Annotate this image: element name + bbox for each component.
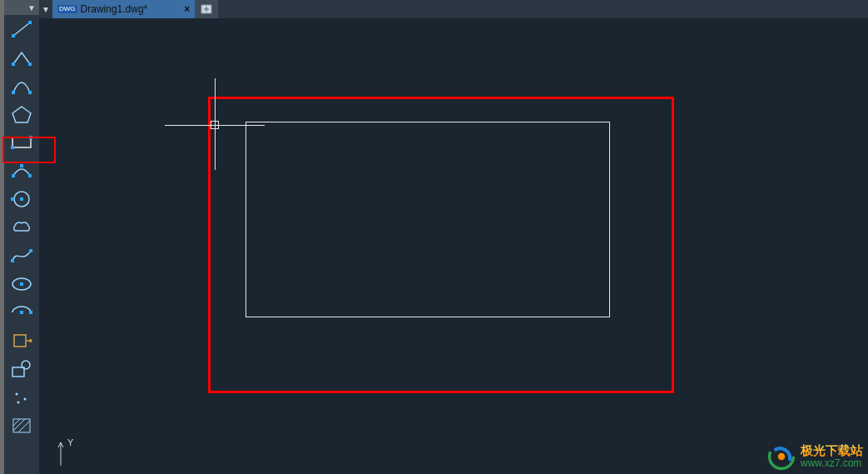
svg-point-40 <box>778 453 786 461</box>
svg-rect-10 <box>29 136 32 139</box>
svg-rect-21 <box>20 311 23 314</box>
svg-point-27 <box>24 398 27 401</box>
drawn-rectangle <box>246 122 610 317</box>
svg-rect-6 <box>28 91 32 94</box>
watermark-url: www.xz7.com <box>801 458 863 469</box>
hatch-tool[interactable] <box>4 412 39 440</box>
polyline-tool[interactable] <box>4 43 39 72</box>
arc-three-point-tool[interactable] <box>4 157 39 185</box>
svg-point-28 <box>17 402 20 404</box>
svg-rect-4 <box>28 62 32 66</box>
crosshair-vertical <box>215 78 216 170</box>
watermark: 极光下载站 www.xz7.com <box>767 442 863 471</box>
svg-rect-3 <box>12 62 15 66</box>
circle-tool[interactable] <box>4 185 39 213</box>
watermark-title: 极光下载站 <box>801 444 863 458</box>
dwg-file-icon: DWG <box>57 5 77 13</box>
svg-line-38 <box>61 442 63 447</box>
svg-rect-9 <box>11 146 14 149</box>
line-tool[interactable] <box>4 15 39 43</box>
ellipse-tool[interactable] <box>4 270 39 298</box>
svg-rect-29 <box>13 419 30 432</box>
svg-rect-23 <box>14 335 26 347</box>
arc-tool[interactable] <box>4 72 39 100</box>
chevron-down-icon: ▾ <box>43 3 48 15</box>
svg-line-37 <box>58 442 61 447</box>
tab-close-button[interactable]: × <box>184 3 190 15</box>
svg-rect-24 <box>12 367 24 377</box>
tab-menu-arrow[interactable]: ▾ <box>39 0 52 18</box>
ucs-icon: Y <box>54 436 79 469</box>
tab-bar: ▾ DWG Drawing1.dwg* × <box>39 0 868 18</box>
svg-rect-1 <box>12 34 15 37</box>
svg-rect-22 <box>29 311 32 314</box>
ucs-y-label: Y <box>67 437 74 447</box>
svg-line-0 <box>13 22 30 36</box>
point-tool[interactable] <box>4 383 39 412</box>
svg-point-26 <box>16 393 18 396</box>
revision-cloud-tool[interactable] <box>4 213 39 242</box>
palette-header[interactable]: ▼ <box>4 0 39 15</box>
svg-line-31 <box>18 421 30 432</box>
spline-tool[interactable] <box>4 242 39 270</box>
svg-line-30 <box>13 419 25 431</box>
tool-palette: ▼ <box>4 0 39 474</box>
palette-collapse-arrow[interactable]: ▼ <box>27 3 36 12</box>
make-block-tool[interactable] <box>4 355 39 383</box>
polygon-tool[interactable] <box>4 100 39 128</box>
ellipse-arc-tool[interactable] <box>4 298 39 327</box>
svg-rect-8 <box>12 137 31 147</box>
insert-block-tool[interactable] <box>4 327 39 355</box>
watermark-logo-icon <box>767 442 796 471</box>
tab-filename: Drawing1.dwg* <box>81 3 148 15</box>
document-tab[interactable]: DWG Drawing1.dwg* × <box>52 0 195 18</box>
svg-rect-13 <box>28 174 32 177</box>
svg-rect-16 <box>20 197 23 201</box>
svg-rect-5 <box>12 91 15 94</box>
crosshair-horizontal <box>165 125 265 126</box>
svg-rect-2 <box>28 21 32 24</box>
svg-rect-15 <box>11 197 14 201</box>
svg-rect-20 <box>20 282 23 286</box>
new-tab-icon <box>201 4 212 14</box>
svg-rect-12 <box>20 164 23 167</box>
svg-point-25 <box>22 361 30 369</box>
new-tab-button[interactable] <box>195 0 218 18</box>
rectangle-tool[interactable] <box>4 128 39 157</box>
svg-marker-7 <box>12 107 31 122</box>
svg-point-39 <box>770 445 794 469</box>
svg-rect-17 <box>11 259 14 262</box>
crosshair-pickbox <box>211 121 219 129</box>
svg-rect-11 <box>12 174 15 177</box>
svg-rect-18 <box>29 249 32 252</box>
annotation-red-rectangle <box>208 97 674 393</box>
drawing-canvas[interactable]: Y 极光下载站 www.xz7.com <box>39 18 868 474</box>
